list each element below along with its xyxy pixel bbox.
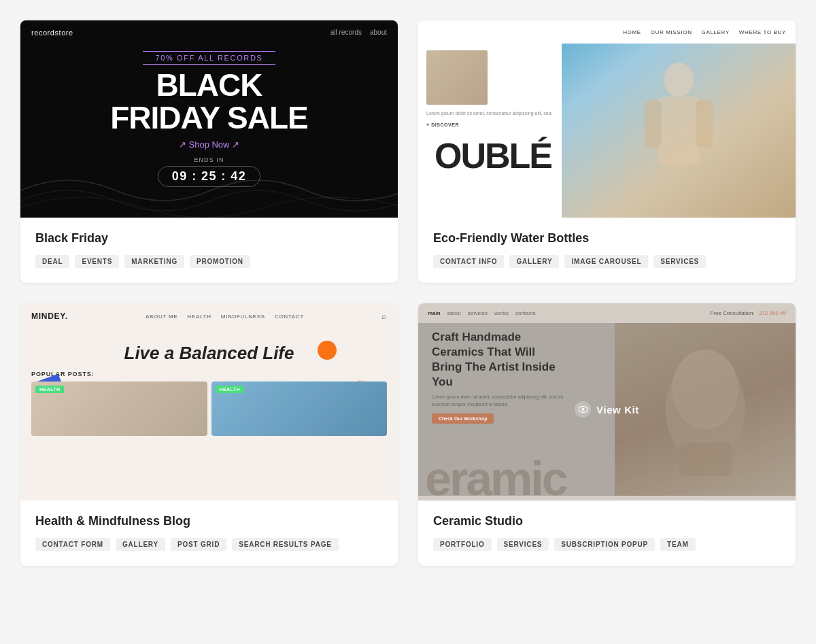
bf-timer: 09 : 25 : 42 (158, 166, 260, 187)
post-tag-2: HEALTH (216, 386, 244, 393)
ouble-left: Lorem ipsum dolor sit amet, consectetur … (418, 44, 562, 218)
card-image-ouble: OUBLÉ HOME OUR MISSION GALLERY WHERE TO … (418, 20, 796, 218)
ceramic-nav-about: about (447, 310, 461, 316)
ouble-background: OUBLÉ HOME OUR MISSION GALLERY WHERE TO … (418, 20, 796, 218)
ceramic-background: main about services works contacts Free … (418, 303, 796, 501)
svg-rect-1 (658, 97, 699, 165)
post-thumb-2: HEALTH (211, 382, 388, 436)
tag-gallery-mindey[interactable]: GALLERY (116, 538, 165, 551)
ouble-nav-home: HOME (623, 29, 641, 35)
card-tags-ceramic: PORTFOLIO SERVICES SUBSCRIPTION POPUP TE… (433, 538, 781, 551)
bf-discount: 70% OFF ALL RECORDS (143, 51, 275, 65)
ouble-nav-wheretobuy: WHERE TO BUY (739, 29, 786, 35)
tag-subscription-popup[interactable]: SUBSCRIPTION POPUP (554, 538, 655, 551)
card-mindey[interactable]: mindey. ABOUT ME HEALTH MINDFULNESS CONT… (20, 303, 398, 566)
tag-contact-info[interactable]: CONTACT INFO (433, 255, 504, 268)
ceramic-nav-contacts: contacts (515, 310, 536, 316)
ouble-photo-bg (562, 44, 796, 218)
ouble-photo (562, 44, 796, 218)
svg-rect-3 (696, 100, 713, 148)
card-black-friday[interactable]: recordstore all records about 70% OFF AL… (20, 20, 398, 283)
tag-image-carousel[interactable]: IMAGE CAROUSEL (564, 255, 648, 268)
card-body-black-friday: Black Friday DEAL EVENTS MARKETING PROMO… (20, 218, 398, 283)
tag-services-ceramic[interactable]: SERVICES (497, 538, 549, 551)
bf-ends-label: ends in (110, 156, 308, 163)
ouble-brand-nav: OUBLÉ (428, 27, 462, 37)
post-thumb-1: HEALTH (31, 382, 207, 436)
ceramic-main: Craft Handmade Ceramics That Will Bring … (418, 323, 796, 496)
mindey-nav-links: ABOUT ME HEALTH MINDFULNESS CONTACT (146, 313, 304, 320)
bf-background: recordstore all records about 70% OFF AL… (20, 20, 398, 218)
card-body-ouble: Eco-Friendly Water Bottles CONTACT INFO … (418, 218, 796, 283)
bf-headline: BLACK FRIDAY SALE (110, 69, 308, 135)
card-title-ouble: Eco-Friendly Water Bottles (433, 231, 781, 245)
tag-events[interactable]: EVENTS (75, 255, 119, 268)
tag-gallery[interactable]: GALLERY (509, 255, 559, 268)
mindey-nav-health: HEALTH (187, 313, 211, 320)
card-image-black-friday: recordstore all records about 70% OFF AL… (20, 20, 398, 218)
ouble-main: Lorem ipsum dolor sit amet, consectetur … (418, 44, 796, 218)
ouble-nav: OUBLÉ HOME OUR MISSION GALLERY WHERE TO … (418, 20, 796, 44)
ouble-small-img-inner (426, 50, 488, 105)
mindey-background: mindey. ABOUT ME HEALTH MINDFULNESS CONT… (20, 303, 398, 501)
ouble-person-svg (638, 52, 719, 209)
card-body-ceramic: Ceramic Studio PORTFOLIO SERVICES SUBSCR… (418, 501, 796, 566)
card-title-ceramic: Ceramic Studio (433, 514, 781, 528)
mindey-search-icon: ⌕ (381, 311, 387, 321)
ouble-nav-links: HOME OUR MISSION GALLERY WHERE TO BUY (623, 29, 786, 35)
card-image-ceramic: main about services works contacts Free … (418, 303, 796, 501)
ouble-nav-mission: OUR MISSION (651, 29, 692, 35)
bf-timer-wrap: ends in 09 : 25 : 42 (110, 156, 308, 187)
tag-contact-form[interactable]: CONTACT FORM (35, 538, 110, 551)
ceramic-cta-btn: Check Our Workshop (432, 413, 494, 424)
mindey-posts-grid: HEALTH HEALTH (20, 382, 398, 436)
mindey-nav: mindey. ABOUT ME HEALTH MINDFULNESS CONT… (20, 303, 398, 329)
card-tags-mindey: CONTACT FORM GALLERY POST GRID SEARCH RE… (35, 538, 383, 551)
card-tags-ouble: CONTACT INFO GALLERY IMAGE CAROUSEL SERV… (433, 255, 781, 268)
tag-promotion[interactable]: PROMOTION (190, 255, 250, 268)
card-title-mindey: Health & Mindfulness Blog (35, 514, 383, 528)
tag-search-results[interactable]: SEARCH RESULTS PAGE (232, 538, 339, 551)
tag-deal[interactable]: DEAL (35, 255, 69, 268)
card-grid: recordstore all records about 70% OFF AL… (20, 20, 796, 566)
svg-point-0 (664, 63, 694, 97)
tag-portfolio[interactable]: PORTFOLIO (433, 538, 492, 551)
mindey-brand: mindey. (31, 311, 68, 321)
mindey-nav-about: ABOUT ME (146, 313, 177, 320)
ouble-brand-text: OUBLÉ (426, 133, 554, 179)
ceramic-phone: 372 990 45 (759, 310, 786, 316)
bf-nav-link-1: all records (330, 29, 362, 37)
mindey-nav-contact: CONTACT (275, 313, 304, 320)
ceramic-nav-services: services (468, 310, 488, 316)
ceramic-lorem: Lorem ipsum dolor sit amet, consectetur … (432, 394, 568, 408)
card-ouble[interactable]: OUBLÉ HOME OUR MISSION GALLERY WHERE TO … (418, 20, 796, 283)
tag-post-grid[interactable]: POST GRID (171, 538, 226, 551)
card-tags-black-friday: DEAL EVENTS MARKETING PROMOTION (35, 255, 383, 268)
ouble-lorem: Lorem ipsum dolor sit amet, consectetur … (426, 110, 554, 117)
bf-nav-link-2: about (370, 29, 387, 37)
card-ceramic[interactable]: main about services works contacts Free … (418, 303, 796, 566)
bf-headline-line2: FRIDAY SALE (110, 101, 308, 134)
mindey-hero: Live a Balanced Life (20, 329, 398, 371)
ouble-small-image (426, 50, 488, 105)
tag-marketing[interactable]: MARKETING (124, 255, 184, 268)
ceramic-nav-links: main about services works contacts (428, 310, 536, 316)
tag-team[interactable]: TEAM (660, 538, 696, 551)
bf-content: 70% OFF ALL RECORDS BLACK FRIDAY SALE ↗S… (110, 51, 308, 188)
mindey-orange-dot (318, 341, 337, 360)
bf-shop-now: ↗Shop Now↗ (110, 139, 308, 150)
tag-services[interactable]: SERVICES (653, 255, 706, 268)
ceramic-consultation: Free Consultation: 372 990 45 (710, 310, 786, 316)
ceramic-nav-main: main (428, 310, 441, 316)
bf-brand: recordstore (31, 29, 73, 37)
bf-nav-links: all records about (330, 29, 387, 37)
card-title-black-friday: Black Friday (35, 231, 383, 245)
svg-rect-2 (645, 100, 662, 148)
card-body-mindey: Health & Mindfulness Blog CONTACT FORM G… (20, 501, 398, 566)
mindey-posts-label: POPULAR POSTS: (20, 371, 398, 377)
card-image-mindey: mindey. ABOUT ME HEALTH MINDFULNESS CONT… (20, 303, 398, 501)
ouble-nav-gallery: GALLERY (702, 29, 730, 35)
ceramic-nav-works: works (494, 310, 509, 316)
bf-headline-line1: BLACK (110, 69, 308, 101)
bf-nav: recordstore all records about (20, 29, 398, 37)
